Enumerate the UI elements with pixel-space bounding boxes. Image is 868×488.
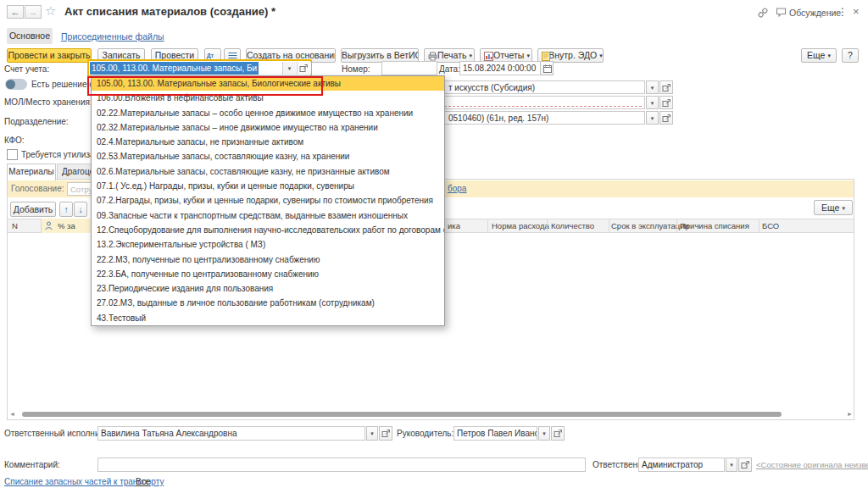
- grid-more-button[interactable]: Еще▾: [814, 200, 853, 215]
- col-n[interactable]: N: [12, 219, 18, 233]
- responsible-open-button[interactable]: [738, 458, 752, 472]
- col-percent[interactable]: % за: [58, 219, 75, 233]
- open-icon: [662, 114, 671, 123]
- grid-divider: [41, 219, 42, 233]
- forward-button[interactable]: →: [25, 5, 42, 19]
- page-title: Акт списания материалов (создание) *: [64, 5, 275, 18]
- form-type-dropdown-button[interactable]: ▾: [646, 111, 659, 125]
- organization-dropdown-button[interactable]: ▾: [646, 80, 659, 94]
- account-option[interactable]: 02.53.Материальные запасы, составляющие …: [92, 149, 444, 164]
- discussion-label[interactable]: Обсуждение: [789, 8, 841, 18]
- date-label: Дата:: [439, 64, 460, 74]
- col-reason[interactable]: Причина списания: [680, 219, 749, 233]
- date-field[interactable]: 15.08.2024 0:00:00: [459, 61, 541, 75]
- move-down-button[interactable]: ↓: [74, 202, 87, 217]
- all-link[interactable]: Все: [136, 477, 150, 486]
- scroll-right-icon[interactable]: ►: [847, 411, 853, 417]
- mol-label: МОЛ/Место хранения:: [4, 97, 92, 107]
- executor-dropdown-button[interactable]: ▾: [366, 426, 378, 441]
- account-dropdown-button[interactable]: ▾: [282, 62, 296, 75]
- back-button[interactable]: ←: [7, 5, 24, 19]
- grid-divider: [487, 219, 488, 233]
- original-state-link[interactable]: <Состояние оригинала неизвестно>: [756, 460, 868, 469]
- account-option[interactable]: 22.2.МЗ, полученные по централизованному…: [92, 252, 444, 267]
- col-norm[interactable]: Норма расхода: [492, 219, 549, 233]
- printer-icon: [428, 52, 437, 61]
- account-option[interactable]: 07.2.Награды, призы, кубки и ценные пода…: [92, 193, 444, 208]
- grid-divider: [547, 219, 548, 233]
- tab-main[interactable]: Основное: [7, 28, 53, 44]
- account-label: Счет учета:: [4, 64, 49, 74]
- kebab-menu-icon[interactable]: ⋮: [837, 6, 848, 18]
- voting-label: Голосование:: [11, 184, 64, 193]
- account-option[interactable]: 02.4.Материальные запасы, не признанные …: [92, 135, 444, 149]
- account-option[interactable]: 09.Запасные части к транспортным средств…: [92, 208, 444, 223]
- account-option[interactable]: 22.3.БА, полученные по централизованному…: [92, 267, 444, 281]
- col-partial[interactable]: ика: [448, 219, 460, 233]
- move-up-button[interactable]: ↑: [59, 202, 73, 217]
- horizontal-scrollbar-thumb[interactable]: [22, 412, 782, 417]
- post-and-close-button[interactable]: Провести и закрыть: [7, 48, 92, 63]
- scroll-left-icon[interactable]: ◄: [9, 411, 15, 417]
- col-qty[interactable]: Количество: [551, 219, 594, 233]
- account-option[interactable]: 07.1.( Ус.ед.) Награды, призы, кубки и ц…: [92, 179, 444, 193]
- open-icon: [741, 460, 750, 469]
- account-option[interactable]: 02.22.Материальные запасы – особо ценное…: [92, 106, 444, 120]
- number-field[interactable]: [381, 61, 437, 75]
- executor-open-button[interactable]: [379, 426, 392, 441]
- manager-open-button[interactable]: [551, 426, 565, 441]
- more-button[interactable]: Еще▾: [801, 48, 837, 63]
- comment-field[interactable]: [97, 458, 586, 472]
- account-option[interactable]: 43.Тестовый: [92, 311, 444, 325]
- account-option[interactable]: 23.Периодические издания для пользования: [92, 281, 444, 296]
- highlight-annotation-box: [87, 76, 323, 96]
- tab-materials[interactable]: Материалы: [7, 164, 56, 180]
- account-field-value: 105.00, 113.00. Материальные запасы, Би: [90, 62, 259, 75]
- voting-link-partial[interactable]: бора: [448, 184, 466, 193]
- tab-attachments[interactable]: Присоединенные файлы: [61, 31, 164, 42]
- responsible-dropdown-button[interactable]: ▾: [726, 458, 737, 472]
- utilization-checkbox[interactable]: [7, 149, 18, 160]
- get-link-icon[interactable]: [757, 7, 769, 19]
- account-option[interactable]: 27.02.МЗ, выданные в личное пользование …: [92, 296, 444, 310]
- kfo-label: КФО:: [4, 136, 25, 145]
- open-icon: [662, 83, 671, 92]
- add-button[interactable]: Добавить: [10, 202, 56, 217]
- toggle-knob: [6, 80, 15, 89]
- open-icon: [381, 429, 391, 438]
- calendar-icon: [543, 64, 552, 73]
- account-dropdown-list: 105.00, 113.00. Материальные запасы, Био…: [91, 75, 445, 326]
- discussion-icon[interactable]: [776, 7, 787, 18]
- organization-open-button[interactable]: [659, 80, 673, 94]
- decision-toggle[interactable]: [5, 79, 27, 90]
- account-option[interactable]: 13.2.Экспериментальные устройства ( МЗ): [92, 237, 444, 252]
- account-field[interactable]: 105.00, 113.00. Материальные запасы, Би …: [87, 59, 312, 77]
- account-option[interactable]: 02.6.Материальные запасы, составляющие к…: [92, 164, 444, 179]
- comment-label: Комментарий:: [4, 460, 60, 469]
- col-term[interactable]: Срок в эксплуатации: [611, 219, 689, 233]
- chevron-down-icon: ▾: [842, 205, 845, 211]
- manager-label: Руководитель:: [397, 429, 453, 438]
- account-option[interactable]: 12.Спецоборудование для выполнения научн…: [92, 223, 444, 237]
- favorite-star-icon[interactable]: ☆: [45, 3, 56, 19]
- chevron-down-icon: ▾: [599, 53, 603, 58]
- grid-divider: [676, 219, 677, 233]
- col-bso[interactable]: БСО: [762, 219, 779, 233]
- open-icon: [299, 64, 309, 73]
- help-button[interactable]: ?: [842, 48, 859, 63]
- form-type-open-button[interactable]: [659, 111, 673, 125]
- required-dropdown-button[interactable]: ▾: [646, 96, 659, 109]
- responsible-field[interactable]: Администратор: [638, 458, 725, 472]
- open-icon: [662, 98, 671, 108]
- account-option[interactable]: 02.32.Материальные запасы – иное движимо…: [92, 120, 444, 135]
- manager-dropdown-button[interactable]: ▾: [538, 426, 550, 441]
- calendar-button[interactable]: [540, 61, 554, 75]
- close-icon[interactable]: ×: [853, 5, 860, 18]
- executor-field[interactable]: Вавилина Татьяна Александровна: [97, 426, 365, 441]
- manager-field[interactable]: Петров Павел Иванович: [453, 426, 537, 441]
- person-icon: [45, 221, 55, 230]
- chevron-down-icon: ▾: [469, 53, 472, 58]
- required-open-button[interactable]: [659, 96, 673, 109]
- account-open-button[interactable]: [297, 62, 311, 75]
- edo-doc-icon: [542, 52, 550, 61]
